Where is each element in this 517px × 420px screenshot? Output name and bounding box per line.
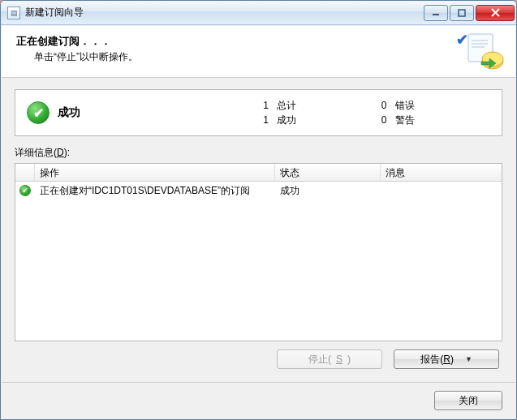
summary-panel: ✔ 成功 1 总计 1 成功 <box>15 89 502 136</box>
row-success-icon: ✔ <box>19 185 31 196</box>
close-window-button[interactable] <box>476 5 515 21</box>
column-status[interactable]: 状态 <box>275 164 381 181</box>
maximize-button[interactable] <box>450 5 474 21</box>
warning-count: 0 <box>373 113 387 127</box>
total-label: 总计 <box>277 98 296 113</box>
minimize-button[interactable] <box>424 5 448 21</box>
table-row[interactable]: ✔ 正在创建对“IDC1DT01S\DEVDATABASE”的订阅 成功 <box>15 182 502 199</box>
success-count: 1 <box>254 113 269 127</box>
row-message <box>381 188 502 193</box>
window-buttons <box>424 5 515 21</box>
summary-status: 成功 <box>58 105 80 120</box>
header-title: 正在创建订阅．．． <box>16 34 501 49</box>
subscription-icon <box>465 31 506 71</box>
success-label: 成功 <box>277 113 296 127</box>
grid-header-icon-col[interactable] <box>15 164 35 181</box>
error-count: 0 <box>373 98 387 113</box>
wizard-header: 正在创建订阅．．． 单击“停止”以中断操作。 ✔ <box>2 26 515 78</box>
header-subtitle: 单击“停止”以中断操作。 <box>34 50 501 64</box>
titlebar[interactable]: ▤ 新建订阅向导 <box>1 1 516 25</box>
details-label: 详细信息(D): <box>15 146 502 160</box>
window-title: 新建订阅向导 <box>25 6 424 19</box>
wizard-window: ▤ 新建订阅向导 正在创建订阅．．． 单击“停止”以中断操作。 ✔ <box>0 0 517 420</box>
grid-body[interactable]: ✔ 正在创建对“IDC1DT01S\DEVDATABASE”的订阅 成功 <box>15 182 502 341</box>
warning-label: 警告 <box>395 113 415 127</box>
wizard-footer: 关闭 <box>2 382 515 418</box>
row-operation: 正在创建对“IDC1DT01S\DEVDATABASE”的订阅 <box>35 182 275 200</box>
error-label: 错误 <box>395 98 415 113</box>
close-button[interactable]: 关闭 <box>434 391 502 410</box>
details-grid: 操作 状态 消息 ✔ 正在创建对“IDC1DT01S\DEVDATABASE”的… <box>15 163 502 341</box>
stop-button: 停止(S) <box>277 349 382 369</box>
total-count: 1 <box>254 98 269 113</box>
close-icon <box>491 8 500 17</box>
success-icon: ✔ <box>27 101 50 124</box>
wizard-body: ✔ 成功 1 总计 1 成功 <box>2 78 515 382</box>
column-message[interactable]: 消息 <box>381 164 502 181</box>
app-icon: ▤ <box>7 6 20 19</box>
report-button[interactable]: 报告(R) ▼ <box>394 349 499 369</box>
svg-rect-1 <box>459 10 465 16</box>
minimize-icon <box>432 9 440 17</box>
chevron-down-icon: ▼ <box>465 355 472 363</box>
action-button-row: 停止(S) 报告(R) ▼ <box>15 341 502 374</box>
maximize-icon <box>458 9 466 17</box>
content-area: 正在创建订阅．．． 单击“停止”以中断操作。 ✔ ✔ 成功 <box>1 25 516 419</box>
column-operation[interactable]: 操作 <box>35 164 275 181</box>
grid-header: 操作 状态 消息 <box>15 164 502 182</box>
row-status: 成功 <box>275 182 381 200</box>
